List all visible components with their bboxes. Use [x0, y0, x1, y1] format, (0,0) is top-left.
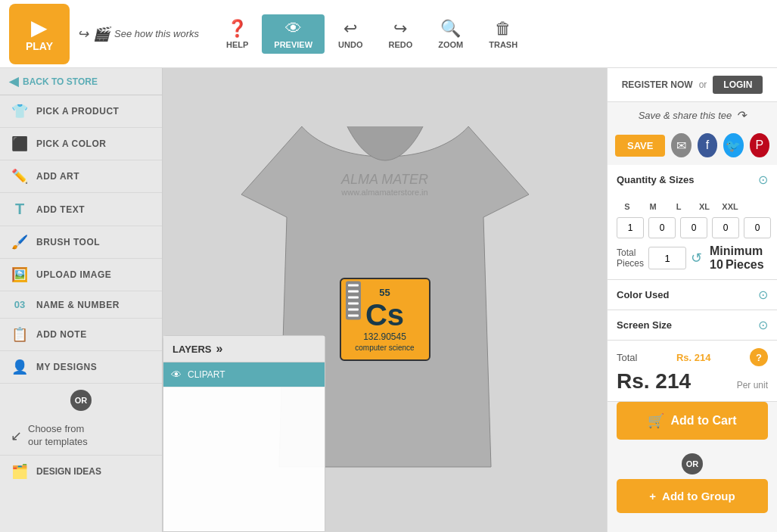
- toolbar: ❓ HELP 👁 PREVIEW ↩ UNDO ↪ REDO 🔍 ZOOM 🗑 …: [214, 14, 530, 54]
- brand-watermark: ALMA MATER www.almamaterstore.in: [341, 172, 428, 197]
- trash-icon: 🗑: [495, 19, 511, 39]
- quantity-section: Quantity & Sizes ⊙ S M L XL XXL: [608, 165, 777, 280]
- size-xxl-label: XXL: [720, 202, 741, 211]
- text-icon: T: [11, 201, 29, 218]
- right-panel: REGISTER NOW or LOGIN Save & share this …: [607, 68, 777, 532]
- quantity-accordion-header[interactable]: Quantity & Sizes ⊙: [608, 165, 777, 194]
- facebook-icon: f: [706, 138, 709, 152]
- upload-image-label: UPLOAD IMAGE: [36, 269, 111, 280]
- sidebar-item-name-number[interactable]: 03 NAME & NUMBER: [0, 291, 162, 319]
- pick-color-label: PICK A COLOR: [36, 138, 106, 149]
- size-xl-input[interactable]: [712, 217, 739, 238]
- add-to-group-label: Add to Group: [662, 490, 735, 502]
- price-big: Rs. 214: [617, 369, 691, 394]
- screen-size-title: Screen Size: [617, 319, 672, 331]
- main-layout: ◀ BACK TO STORE 👕 PICK A PRODUCT ⬛ PICK …: [0, 68, 777, 532]
- layer-row-clipart[interactable]: 👁 CLIPART: [163, 362, 325, 387]
- twitter-icon: 🐦: [726, 138, 741, 153]
- sidebar-item-my-designs[interactable]: 👤 MY DESIGNS: [0, 351, 162, 384]
- screen-size-section: Screen Size ⊙: [608, 310, 777, 341]
- handle-bar-4: [348, 302, 359, 304]
- help-button[interactable]: ❓ HELP: [214, 14, 260, 54]
- or-dark-label: OR: [686, 459, 699, 468]
- canvas-area[interactable]: ALMA MATER www.almamaterstore.in 55 Cs 1…: [163, 68, 607, 532]
- left-sidebar: ◀ BACK TO STORE 👕 PICK A PRODUCT ⬛ PICK …: [0, 68, 163, 532]
- preview-label: PREVIEW: [274, 40, 312, 49]
- handle-bar-2: [348, 290, 359, 292]
- or-label: OR: [75, 396, 88, 405]
- price-section: Total Rs. 214 ? Rs. 214 Per unit: [608, 341, 777, 402]
- play-button[interactable]: ▶ PLAY: [9, 4, 70, 64]
- total-pieces-input[interactable]: [648, 247, 686, 269]
- zoom-label: ZOOM: [438, 40, 463, 49]
- layers-title: LAYERS: [172, 344, 212, 355]
- auth-or-text: or: [699, 79, 707, 90]
- size-s-label: S: [617, 202, 638, 211]
- add-to-group-button[interactable]: + Add to Group: [617, 479, 768, 513]
- add-note-label: ADD NOTE: [36, 329, 87, 340]
- zoom-button[interactable]: 🔍 ZOOM: [426, 14, 475, 54]
- minimum-value: 10: [710, 258, 723, 271]
- color-used-header[interactable]: Color Used ⊙: [608, 280, 777, 310]
- login-button[interactable]: LOGIN: [713, 76, 763, 94]
- zoom-icon: 🔍: [440, 19, 461, 39]
- quantity-title: Quantity & Sizes: [617, 174, 695, 185]
- play-label: PLAY: [26, 40, 53, 52]
- choose-templates-button[interactable]: ↙ Choose fromour templates: [0, 417, 162, 455]
- email-share-button[interactable]: ✉: [671, 133, 691, 157]
- play-icon: ▶: [31, 15, 48, 40]
- sidebar-item-add-art[interactable]: ✏️ ADD ART: [0, 160, 162, 193]
- see-how-section[interactable]: ↪ 🎬 See how this works: [77, 26, 199, 42]
- handle-bar-5: [348, 308, 359, 310]
- preview-button[interactable]: 👁 PREVIEW: [262, 14, 325, 54]
- layers-header[interactable]: LAYERS »: [163, 336, 325, 362]
- minimum-label: Minimum: [710, 244, 763, 257]
- add-art-label: ADD ART: [36, 171, 79, 182]
- redo-button[interactable]: ↪ REDO: [376, 14, 424, 54]
- reset-arrow-icon[interactable]: ↺: [691, 250, 702, 266]
- save-button[interactable]: SAVE: [615, 135, 665, 157]
- trash-button[interactable]: 🗑 TRASH: [477, 14, 530, 54]
- element-symbol: Cs: [365, 300, 404, 330]
- back-to-store-button[interactable]: ◀ BACK TO STORE: [0, 68, 162, 95]
- size-input-row: [617, 217, 768, 238]
- add-to-cart-button[interactable]: 🛒 Add to Cart: [617, 402, 768, 440]
- add-art-icon: ✏️: [11, 168, 29, 185]
- size-m-input[interactable]: [648, 217, 676, 238]
- note-icon: 📋: [11, 326, 29, 343]
- redo-label: REDO: [388, 40, 412, 49]
- brush-icon: 🖌️: [11, 234, 29, 250]
- handle-bar-6: [348, 314, 359, 316]
- price-info-button[interactable]: ?: [750, 348, 768, 366]
- screen-size-header[interactable]: Screen Size ⊙: [608, 310, 777, 340]
- size-xxl-input[interactable]: [744, 217, 771, 238]
- sidebar-item-pick-product[interactable]: 👕 PICK A PRODUCT: [0, 95, 162, 128]
- sidebar-item-pick-color[interactable]: ⬛ PICK A COLOR: [0, 128, 162, 160]
- minimum-pieces-info: Minimum 10 Pieces: [710, 244, 764, 272]
- layer-visibility-icon: 👁: [171, 369, 182, 381]
- sidebar-item-upload-image[interactable]: 🖼️ UPLOAD IMAGE: [0, 259, 162, 291]
- resize-handles[interactable]: [346, 281, 361, 319]
- sidebar-item-add-text[interactable]: T ADD TEXT: [0, 193, 162, 226]
- size-l-input[interactable]: [680, 217, 707, 238]
- save-share-section: Save & share this tee ↷: [608, 102, 777, 129]
- twitter-share-button[interactable]: 🐦: [723, 133, 743, 157]
- sidebar-or-divider: OR: [0, 384, 162, 417]
- pinterest-share-button[interactable]: P: [750, 133, 769, 157]
- color-used-section: Color Used ⊙: [608, 280, 777, 310]
- trash-label: TRASH: [489, 40, 517, 49]
- color-used-title: Color Used: [617, 289, 669, 300]
- handle-bar-3: [348, 296, 359, 298]
- register-link[interactable]: REGISTER NOW: [622, 79, 693, 90]
- size-s-input[interactable]: [617, 217, 644, 238]
- upload-icon: 🖼️: [11, 266, 29, 283]
- size-m-label: M: [642, 202, 664, 211]
- layer-name: CLIPART: [188, 369, 225, 380]
- brand-name: ALMA MATER: [341, 172, 428, 188]
- undo-button[interactable]: ↩ UNDO: [326, 14, 375, 54]
- facebook-share-button[interactable]: f: [698, 133, 717, 157]
- sidebar-item-add-note[interactable]: 📋 ADD NOTE: [0, 319, 162, 351]
- sidebar-item-design-ideas[interactable]: 🗂️ DESIGN IDEAS: [0, 455, 162, 487]
- sidebar-item-brush-tool[interactable]: 🖌️ BRUSH TOOL: [0, 226, 162, 259]
- tshirt-icon: 👕: [11, 103, 29, 120]
